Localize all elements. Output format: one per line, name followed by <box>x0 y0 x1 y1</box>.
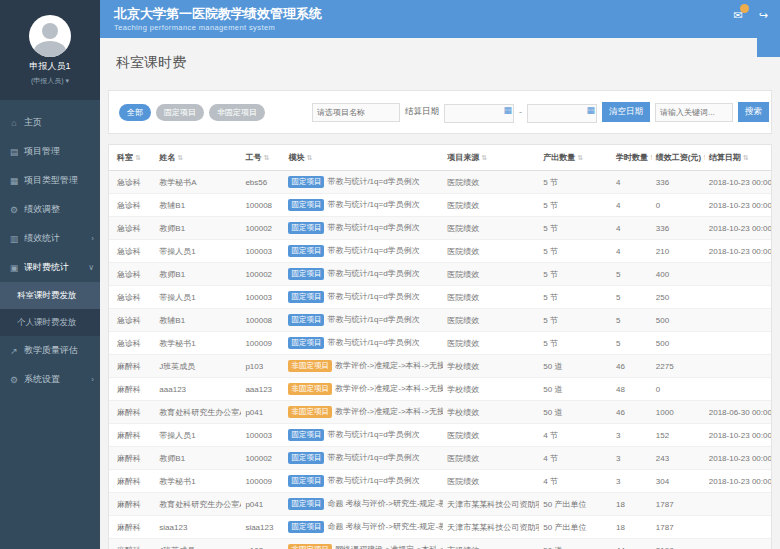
table-row[interactable]: 急诊科带操人员1100003固定项目带教与统计/1q=d学员例次医院绩效5 节5… <box>109 286 771 309</box>
page-title: 科室课时费 <box>100 38 780 72</box>
cell-employee-id: 100003 <box>241 240 284 263</box>
sort-icon[interactable]: ⇅ <box>743 154 749 161</box>
chevron-icon: › <box>91 375 94 384</box>
cell-pay: 1787 <box>652 493 705 516</box>
logout-icon[interactable]: ↪ <box>759 9 768 22</box>
cell-output-qty: 50 道 <box>539 539 612 549</box>
column-header[interactable]: 学时数量⇅ <box>612 145 652 171</box>
cell-output-qty: 5 节 <box>539 171 612 194</box>
sidebar-item-label: 项目类型管理 <box>24 174 78 187</box>
table-row[interactable]: 急诊科教学秘书Aebs56固定项目带教与统计/1q=d学员例次医院绩效5 节43… <box>109 171 771 194</box>
table-row[interactable]: 麻醉科J班英成员p103非固定项目教学评价->准规定->本科->无接受人学校绩效… <box>109 355 771 378</box>
module-text: 教学评价->准规定->本科->无接受人 <box>335 407 443 416</box>
cell-output-qty: 50 产出单位 <box>539 516 612 539</box>
date-filter-label: 结算日期 <box>405 106 439 118</box>
table-row[interactable]: 急诊科教师B1100002固定项目带教与统计/1q=d学员例次医院绩效5 节43… <box>109 217 771 240</box>
sidebar-item-project-management[interactable]: ▤项目管理 <box>0 137 100 166</box>
notification-badge <box>740 4 749 13</box>
message-icon[interactable]: ✉ <box>734 9 743 22</box>
sidebar-item-hour-fee-stats[interactable]: ▣课时费统计∨ <box>0 253 100 282</box>
sort-icon[interactable]: ⇅ <box>177 154 183 161</box>
table-row[interactable]: 急诊科教辅B1100008固定项目带教与统计/1q=d学员例次医院绩效5 节40… <box>109 194 771 217</box>
file-icon: ▤ <box>9 147 19 157</box>
filter-tab-nonfixed[interactable]: 非固定项目 <box>209 104 265 121</box>
column-header[interactable]: 姓名⇅ <box>155 145 241 171</box>
sidebar-subitem-personal-hour-fee[interactable]: 个人课时费发放 <box>0 309 100 336</box>
sidebar-item-home[interactable]: ⌂主页 <box>0 108 100 137</box>
cell-settle-date <box>705 378 771 401</box>
table-row[interactable]: 急诊科教学秘书1100009固定项目带教与统计/1q=d学员例次医院绩效5 节5… <box>109 332 771 355</box>
clear-date-button[interactable]: 清空日期 <box>602 102 650 122</box>
cell-module: 非固定项目教学评价->准规定->本科->无接受人 <box>284 378 443 401</box>
cell-name: 教学秘书A <box>155 171 241 194</box>
cell-department: 急诊科 <box>109 194 155 217</box>
sidebar-item-label: 绩效统计 <box>24 232 60 245</box>
column-header[interactable]: 结算日期⇅ <box>705 145 771 171</box>
avatar[interactable] <box>29 15 71 57</box>
filter-tab-all[interactable]: 全部 <box>119 104 151 121</box>
keyword-search-input[interactable] <box>655 103 733 122</box>
search-button[interactable]: 搜索 <box>738 102 769 122</box>
sidebar-item-project-type-management[interactable]: ▦项目类型管理 <box>0 166 100 195</box>
sidebar-item-system-settings[interactable]: ⚙系统设置› <box>0 365 100 394</box>
header-corner-button[interactable] <box>757 38 780 57</box>
project-name-input[interactable] <box>312 103 400 122</box>
cell-pay: 152 <box>652 424 705 447</box>
table-row[interactable]: 急诊科教师B1100002固定项目带教与统计/1q=d学员例次医院绩效5 节54… <box>109 263 771 286</box>
sidebar-subitem-dept-hour-fee[interactable]: 科室课时费发放 <box>0 282 100 309</box>
sort-icon[interactable]: ⇅ <box>306 154 312 161</box>
project-type-badge: 固定项目 <box>288 314 324 326</box>
user-role-dropdown[interactable]: (申报人员) ▾ <box>31 76 69 86</box>
cell-name: 教师B1 <box>155 263 241 286</box>
cell-module: 固定项目带教与统计/1q=d学员例次 <box>284 171 443 194</box>
cell-department: 麻醉科 <box>109 401 155 424</box>
cell-name: 教学秘书1 <box>155 470 241 493</box>
module-text: 命题 考核与评价->研究生-规定-教师 <box>327 522 443 531</box>
column-header[interactable]: 产出数量⇅ <box>539 145 612 171</box>
sort-icon[interactable]: ⇅ <box>135 154 141 161</box>
calendar-icon[interactable]: ▦ <box>586 106 595 115</box>
cell-source: 市级绩效 <box>443 539 539 549</box>
project-type-badge: 固定项目 <box>288 268 324 280</box>
table-row[interactable]: 急诊科教辅B1100008固定项目带教与统计/1q=d学员例次医院绩效5 节55… <box>109 309 771 332</box>
column-header[interactable]: 模块⇅ <box>284 145 443 171</box>
table-row[interactable]: 急诊科带操人员1100003固定项目带教与统计/1q=d学员例次医院绩效5 节4… <box>109 240 771 263</box>
table-row[interactable]: 麻醉科aaa123aaa123非固定项目教学评价->准规定->本科->无接受人学… <box>109 378 771 401</box>
cell-department: 麻醉科 <box>109 539 155 549</box>
cell-hours-qty: 5 <box>612 309 652 332</box>
table-row[interactable]: 麻醉科教学秘书1100009固定项目带教与统计/1q=d学员例次医院绩效4 节3… <box>109 470 771 493</box>
table-row[interactable]: 麻醉科教育处科研究生办公室Ap041非固定项目教学评价->准规定->本科->无接… <box>109 401 771 424</box>
sidebar-item-performance-stats[interactable]: ▥绩效统计› <box>0 224 100 253</box>
module-text: 带教与统计/1q=d学员例次 <box>327 430 419 439</box>
sort-icon[interactable]: ⇅ <box>650 154 652 161</box>
table-row[interactable]: 麻醉科教育处科研究生办公室Ap041固定项目命题 考核与评价->研究生-规定-教… <box>109 493 771 516</box>
cell-output-qty: 50 道 <box>539 355 612 378</box>
column-header[interactable]: 绩效工资(元)⇅ <box>652 145 705 171</box>
sort-icon[interactable]: ⇅ <box>577 154 583 161</box>
column-header[interactable]: 工号⇅ <box>241 145 284 171</box>
column-header[interactable]: 项目来源⇅ <box>443 145 539 171</box>
cell-module: 固定项目带教与统计/1q=d学员例次 <box>284 286 443 309</box>
cell-employee-id: p103 <box>241 355 284 378</box>
home-icon: ⌂ <box>9 118 19 128</box>
sidebar-item-performance-adjust[interactable]: ⚙绩效调整 <box>0 195 100 224</box>
table-row[interactable]: 麻醉科带操人员1100003固定项目带教与统计/1q=d学员例次医院绩效4 节3… <box>109 424 771 447</box>
sort-icon[interactable]: ⇅ <box>263 154 269 161</box>
cell-employee-id: aaa123 <box>241 378 284 401</box>
cell-module: 固定项目带教与统计/1q=d学员例次 <box>284 470 443 493</box>
filter-tab-fixed[interactable]: 固定项目 <box>156 104 204 121</box>
sort-icon[interactable]: ⇅ <box>481 154 487 161</box>
cell-department: 急诊科 <box>109 286 155 309</box>
table-row[interactable]: 麻醉科siaa123siaa123固定项目命题 考核与评价->研究生-规定-教师… <box>109 516 771 539</box>
table-row[interactable]: 麻醉科教师B1100002固定项目带教与统计/1q=d学员例次医院绩效4 节32… <box>109 447 771 470</box>
column-header[interactable]: 科室⇅ <box>109 145 155 171</box>
calendar-icon[interactable]: ▦ <box>503 106 512 115</box>
sort-icon[interactable]: ⇅ <box>703 154 705 161</box>
table-row[interactable]: 麻醉科J班英成员p103非固定项目网络课程建设->准规定->本科->学员市级绩效… <box>109 539 771 549</box>
cell-output-qty: 4 节 <box>539 470 612 493</box>
cell-department: 麻醉科 <box>109 424 155 447</box>
chevron-icon: › <box>91 234 94 243</box>
cell-module: 固定项目带教与统计/1q=d学员例次 <box>284 217 443 240</box>
sidebar-item-teaching-quality[interactable]: ↗教学质量评估 <box>0 336 100 365</box>
cell-employee-id: ebs56 <box>241 171 284 194</box>
